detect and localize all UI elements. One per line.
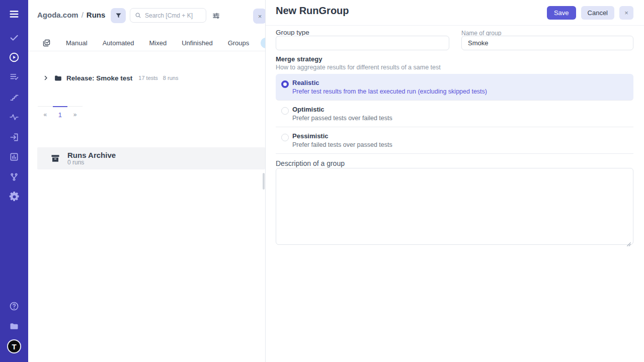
user-avatar[interactable]: T: [7, 339, 21, 353]
tab-mixed[interactable]: Mixed: [149, 39, 167, 47]
name-of-group-input[interactable]: [461, 36, 633, 50]
radio-unselected-icon[interactable]: [281, 134, 289, 141]
option-pessimistic[interactable]: Pessimistic Prefer failed tests over pas…: [276, 127, 633, 154]
runs-count: 8 runs: [163, 75, 179, 81]
search-input[interactable]: [145, 12, 202, 19]
breadcrumb-separator: /: [82, 11, 84, 19]
archive-subtitle: 0 runs: [67, 159, 116, 166]
app-sidebar: T: [0, 0, 28, 362]
archive-title: Runs Archive: [67, 151, 116, 159]
tab-groups[interactable]: Groups: [228, 39, 250, 47]
option-description: Prefer passed tests over failed tests: [292, 115, 633, 122]
merge-strategy-label: Merge strategy: [276, 55, 322, 63]
chevron-right-icon[interactable]: [43, 75, 49, 81]
option-realistic[interactable]: Realistic Prefer test results from the l…: [276, 74, 633, 101]
breadcrumb-section[interactable]: Runs: [87, 11, 106, 19]
rungroup-label[interactable]: Release: Smoke test: [66, 74, 132, 82]
branch-fork-icon[interactable]: [0, 168, 28, 186]
panel-scrollbar[interactable]: [263, 173, 265, 190]
tab-automated[interactable]: Automated: [103, 39, 134, 47]
cancel-button[interactable]: Cancel: [581, 6, 614, 20]
description-label: Description of a group: [276, 159, 345, 167]
settings-gear-icon[interactable]: [0, 188, 28, 206]
tests-count: 17 tests: [138, 75, 158, 81]
group-type-label: Group type: [276, 29, 309, 36]
steps-stairs-icon[interactable]: [0, 88, 28, 106]
panel-close-button[interactable]: ×: [253, 9, 265, 24]
pagination-prev[interactable]: «: [38, 106, 53, 122]
tab-unfinished[interactable]: Unfinished: [182, 39, 212, 47]
page-title: New RunGroup: [276, 5, 349, 17]
search-icon: [135, 12, 141, 19]
group-type-input[interactable]: [276, 36, 449, 50]
option-optimistic[interactable]: Optimistic Prefer passed tests over fail…: [276, 101, 633, 127]
form-header: New RunGroup Save Cancel ×: [266, 0, 644, 26]
projects-folder-icon[interactable]: [0, 317, 28, 335]
folder-icon: [54, 74, 62, 82]
radio-selected-icon[interactable]: [281, 80, 289, 88]
option-title: Optimistic: [292, 106, 633, 114]
adjustments-icon[interactable]: [211, 11, 221, 21]
option-title: Pessimistic: [292, 132, 633, 140]
option-description: Prefer failed tests over passed tests: [292, 141, 633, 149]
tab-manual[interactable]: Manual: [66, 39, 88, 47]
close-form-button[interactable]: ×: [619, 6, 633, 20]
search-box: [130, 8, 206, 23]
runs-archive-row[interactable]: Runs Archive 0 runs: [37, 147, 265, 169]
select-all-icon[interactable]: [42, 39, 51, 47]
new-rungroup-panel: New RunGroup Save Cancel × Group type Na…: [265, 0, 644, 362]
activity-pulse-icon[interactable]: [0, 108, 28, 126]
pagination-next[interactable]: »: [67, 106, 83, 122]
breadcrumb-project[interactable]: Agoda.com: [37, 11, 78, 19]
partial-badge[interactable]: [261, 38, 265, 48]
avatar-initial: T: [12, 342, 16, 351]
header-actions: Save Cancel ×: [547, 6, 633, 20]
merge-strategy-options: Realistic Prefer test results from the l…: [276, 74, 633, 154]
radio-unselected-icon[interactable]: [281, 107, 289, 115]
filter-button[interactable]: [111, 8, 126, 23]
rungroup-tree-item[interactable]: Release: Smoke test 17 tests 8 runs: [28, 71, 265, 84]
pagination: « 1 »: [38, 106, 83, 122]
funnel-icon: [115, 12, 122, 20]
option-title: Realistic: [292, 79, 633, 87]
reports-bar-chart-icon[interactable]: [0, 148, 28, 166]
merge-strategy-hint: How to aggregate results for different r…: [276, 64, 441, 71]
tests-check-icon[interactable]: [0, 29, 28, 47]
help-circle-icon[interactable]: [0, 297, 28, 315]
menu-icon[interactable]: [0, 5, 28, 23]
pagination-page-1[interactable]: 1: [53, 106, 68, 122]
filter-tabs: Manual Automated Mixed Unfinished Groups…: [28, 35, 265, 51]
archive-box-icon: [50, 153, 60, 163]
description-textarea[interactable]: [276, 168, 633, 245]
option-description: Prefer test results from the last execut…: [292, 88, 633, 96]
import-sign-in-icon[interactable]: [0, 128, 28, 146]
breadcrumb: Agoda.com/Runs: [37, 11, 105, 19]
runs-play-circle-icon[interactable]: [0, 48, 28, 66]
test-plans-list-check-icon[interactable]: [0, 68, 28, 86]
save-button[interactable]: Save: [547, 6, 576, 20]
runs-list-panel: Agoda.com/Runs × Manual Automated Mixed …: [28, 0, 265, 362]
